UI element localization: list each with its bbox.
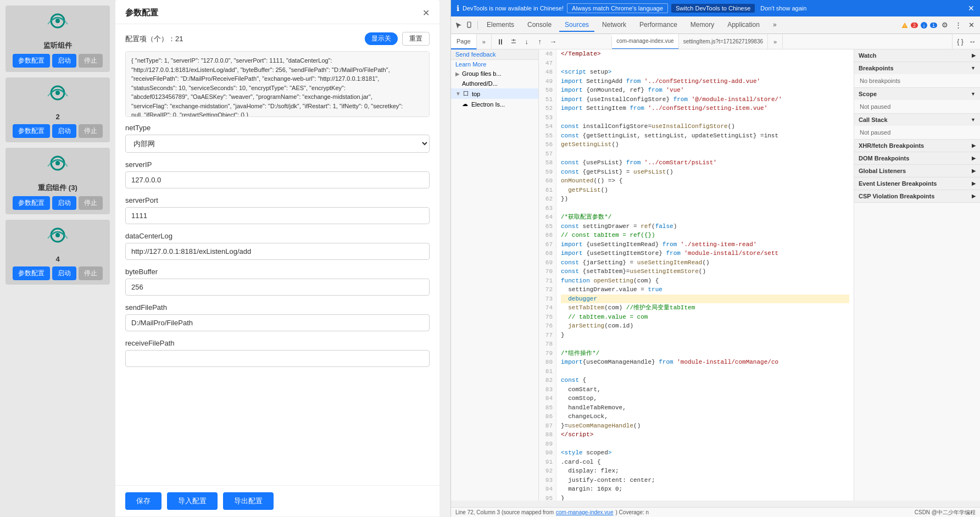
sources-item-electron[interactable]: ☁ Electron Is... xyxy=(451,99,538,109)
file-tab-1[interactable]: com-manage-index.vue xyxy=(612,34,679,49)
start-btn-3[interactable]: 启动 xyxy=(52,196,76,210)
stop-btn-3[interactable]: 停止 xyxy=(79,196,103,210)
tab-application[interactable]: Application xyxy=(722,19,765,32)
csp-header[interactable]: CSP Violation Breakpoints ▶ xyxy=(854,190,980,202)
code-line: <script setup> xyxy=(561,68,849,77)
xhr-header[interactable]: XHR/fetch Breakpoints ▶ xyxy=(854,140,980,152)
modal-footer: 保存 导入配置 导出配置 xyxy=(115,485,439,516)
vertical-dots-icon[interactable]: ⋮ xyxy=(953,20,964,31)
params-btn-1[interactable]: 参数配置 xyxy=(13,54,50,68)
file-tab-2[interactable]: settingItem.js?t=1712627199836 xyxy=(679,34,768,49)
export-button[interactable]: 导出配置 xyxy=(223,492,274,510)
tab-sources[interactable]: Sources xyxy=(559,19,594,32)
step-over-icon[interactable] xyxy=(508,36,519,47)
code-line: import {useSettingItemRead} from './sett… xyxy=(561,240,849,249)
config-count-label: 配置项（个）：21 xyxy=(125,34,183,44)
input-byteBuffer[interactable] xyxy=(125,279,430,296)
line-number: 86 xyxy=(542,412,553,421)
step-out-icon[interactable]: ↑ xyxy=(534,36,545,47)
tab-memory[interactable]: Memory xyxy=(685,19,720,32)
component-logo-4 xyxy=(41,224,74,252)
sources-item-group[interactable]: ▶ Group files b... xyxy=(451,69,538,79)
input-receiveFilePath[interactable] xyxy=(125,350,430,367)
reset-button[interactable]: 重置 xyxy=(402,32,430,46)
code-line: const installConfigStore=useInstallConfi… xyxy=(561,122,849,131)
params-btn-3[interactable]: 参数配置 xyxy=(13,196,50,210)
code-line: display: flex; xyxy=(561,466,849,476)
file-tabs-more[interactable]: » xyxy=(768,34,783,49)
cloud-icon: ☁ xyxy=(462,101,468,108)
pause-icon[interactable]: ⏸ xyxy=(495,36,506,47)
stop-btn-2[interactable]: 停止 xyxy=(79,124,103,138)
field-receiveFilePath: receiveFilePath xyxy=(125,339,430,367)
tab-elements[interactable]: Elements xyxy=(481,19,520,32)
start-btn-4[interactable]: 启动 xyxy=(52,266,76,280)
csp-label: CSP Violation Breakpoints xyxy=(859,193,934,199)
code-editor: 4647484950515253545556575859606162636465… xyxy=(539,49,854,501)
code-line: } xyxy=(561,331,849,340)
devtools-notification: ℹ DevTools is now available in Chinese! … xyxy=(451,0,980,16)
sources-tab-more[interactable]: » xyxy=(477,34,492,49)
tab-more[interactable]: » xyxy=(767,19,782,32)
send-feedback-link[interactable]: Send feedback xyxy=(455,51,495,58)
source-map-icon[interactable]: ↔ xyxy=(967,36,978,47)
step-into-icon[interactable]: ↓ xyxy=(521,36,532,47)
call-stack-header[interactable]: Call Stack ▼ xyxy=(854,114,980,126)
select-netType[interactable]: 内部网 外部网 xyxy=(125,135,430,153)
event-chevron-icon: ▶ xyxy=(972,181,976,186)
start-btn-1[interactable]: 启动 xyxy=(52,54,76,68)
notif-switch-button[interactable]: Switch DevTools to Chinese xyxy=(671,4,755,13)
start-btn-2[interactable]: 启动 xyxy=(52,124,76,138)
code-line: }=useComManageHandle() xyxy=(561,421,849,431)
notif-match-language-button[interactable]: Always match Chrome's language xyxy=(567,3,668,13)
close-devtools-icon[interactable]: ✕ xyxy=(966,20,977,31)
input-serverPort[interactable] xyxy=(125,207,430,224)
sources-item-top[interactable]: ▼ ☐ top xyxy=(451,88,538,99)
svg-point-3 xyxy=(55,91,60,95)
scope-section: Scope ▼ Not paused xyxy=(854,88,980,114)
global-header[interactable]: Global Listeners ▶ xyxy=(854,165,980,177)
event-section: Event Listener Breakpoints ▶ xyxy=(854,177,980,190)
sources-tab-page[interactable]: Page xyxy=(451,34,477,49)
cursor-icon[interactable] xyxy=(454,21,463,30)
line-number: 48 xyxy=(542,68,553,77)
tab-network[interactable]: Network xyxy=(597,19,632,32)
tab-console[interactable]: Console xyxy=(522,19,557,32)
import-button[interactable]: 导入配置 xyxy=(167,492,218,510)
notif-dont-show[interactable]: Don't show again xyxy=(760,5,806,12)
pretty-print-icon[interactable]: { } xyxy=(955,36,966,47)
dom-header[interactable]: DOM Breakpoints ▶ xyxy=(854,152,980,164)
breakpoints-header[interactable]: Breakpoints ▼ xyxy=(854,62,980,74)
scope-header[interactable]: Scope ▼ xyxy=(854,88,980,100)
event-header[interactable]: Event Listener Breakpoints ▶ xyxy=(854,177,980,190)
code-scrollbar[interactable] xyxy=(451,501,980,507)
learn-more-link[interactable]: Learn More xyxy=(451,60,538,69)
code-line: .card-col { xyxy=(561,458,849,467)
line-number: 66 xyxy=(542,231,553,240)
sources-item-authored[interactable]: Authored/D... xyxy=(451,79,538,88)
device-icon[interactable] xyxy=(465,21,474,30)
input-sendFilePath[interactable] xyxy=(125,314,430,331)
params-btn-4[interactable]: 参数配置 xyxy=(13,266,50,280)
modal-close-button[interactable]: ✕ xyxy=(422,8,430,18)
code-content[interactable]: </Template> <script setup>import Setting… xyxy=(556,49,854,501)
stop-btn-1[interactable]: 停止 xyxy=(79,54,103,68)
watch-header[interactable]: Watch ▶ xyxy=(854,49,980,62)
step-icon[interactable]: → xyxy=(548,36,559,47)
input-dataCenterLog[interactable] xyxy=(125,243,430,260)
settings-icon[interactable]: ⚙ xyxy=(939,20,950,31)
code-line: handleTabRemove, xyxy=(561,403,849,413)
toggle-button[interactable]: 显示关 xyxy=(365,32,398,45)
tab-performance[interactable]: Performance xyxy=(634,19,683,32)
component-name-1: 监听组件 xyxy=(43,41,72,51)
stop-btn-4[interactable]: 停止 xyxy=(79,266,103,280)
params-btn-2[interactable]: 参数配置 xyxy=(13,124,50,138)
code-line: getPsList() xyxy=(561,186,849,195)
notification-close-button[interactable]: ✕ xyxy=(968,4,975,13)
field-serverPort: serverPort xyxy=(125,196,430,224)
input-serverIP[interactable] xyxy=(125,171,430,188)
status-source-link[interactable]: com-manage-index.vue xyxy=(556,509,614,515)
save-button[interactable]: 保存 xyxy=(125,492,162,510)
modal-header: 参数配置 ✕ xyxy=(115,0,439,24)
config-count-row: 配置项（个）：21 显示关 重置 xyxy=(125,32,430,46)
